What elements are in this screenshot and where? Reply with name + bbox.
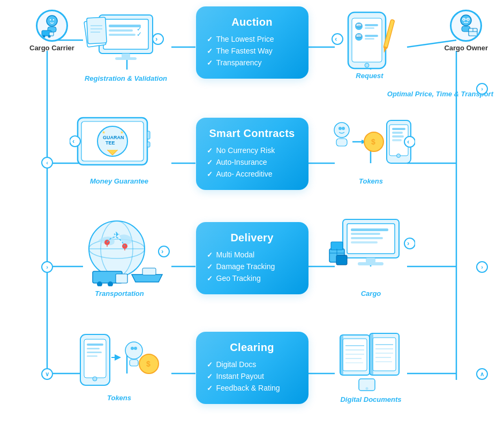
auction-box: Auction ✓The Lowest Price ✓The Fastest W… [196,6,309,79]
svg-rect-120 [351,228,388,231]
svg-point-65 [332,34,343,44]
sc-item-2: ✓Auto-Insurance [207,158,298,166]
svg-rect-97 [392,135,404,138]
svg-rect-54 [365,27,374,29]
svg-rect-37 [109,29,133,32]
svg-point-27 [50,19,51,20]
sc-item-1: ✓No Currency Risk [207,146,298,155]
svg-text:›: › [161,247,163,255]
cargo-image: › [327,217,415,286]
svg-rect-121 [351,233,380,235]
transportation-image: ✈ › [69,217,170,286]
money-guarantee-image: GUARAN TEE ★ ★ ‹ [70,115,169,174]
registration-image: ✓ ✓ › [83,10,169,71]
smart-contracts-box: Smart Contracts ✓No Currency Risk ✓Auto-… [196,118,309,190]
registration-label: Registration & Validation [85,74,167,82]
svg-text:GUARAN: GUARAN [103,135,124,140]
svg-text:›: › [407,239,409,247]
svg-rect-137 [87,352,102,353]
svg-text:✓: ✓ [137,30,142,38]
tokens-right-image: $ ‹ [327,115,415,174]
tokens-left-illus: $ Tokens [70,332,169,402]
cargo-owner-figure: Cargo Owner [444,10,488,52]
cargo-carrier-figure: Cargo Carrier [29,10,74,52]
svg-rect-122 [351,237,383,239]
transportation-illus: ✈ › Transportation [69,217,170,298]
clr-item-2: ✓Instant Payout [207,372,298,380]
svg-rect-53 [365,24,378,26]
del-item-2: ✓Damage Tracking [207,262,298,271]
del-item-3: ✓Geo Tracking [207,274,298,283]
svg-point-32 [42,35,45,38]
svg-rect-89 [336,139,347,146]
check-2: ✓ [207,47,213,55]
transportation-label: Transportation [95,289,144,298]
svg-rect-157 [373,338,396,371]
svg-rect-96 [392,132,403,134]
cargo-carrier-avatar [36,10,68,42]
svg-rect-36 [109,25,141,27]
svg-rect-98 [392,139,402,141]
clr-item-1: ✓Digital Docs [207,360,298,369]
arrow-left-row2: ‹ [41,157,53,169]
delivery-box: Delivery ✓Multi Modal ✓Damage Tracking ✓… [196,222,309,294]
auction-item-3: ✓Transparency [207,58,298,67]
svg-rect-149 [343,339,367,371]
svg-rect-127 [331,242,343,250]
arrow-up-row4-right: ∧ [476,368,488,380]
cargo-label: Cargo [361,289,381,298]
svg-point-87 [338,127,342,130]
svg-point-165 [366,387,368,390]
arrow-right-row1-right: › [476,83,488,95]
money-guarantee-label: Money Guarantee [90,177,148,185]
svg-rect-123 [351,241,378,243]
smart-contracts-list: ✓No Currency Risk ✓Auto-Insurance ✓Auto-… [207,146,298,178]
clearing-box: Clearing ✓Digital Docs ✓Instant Payout ✓… [196,332,309,404]
svg-rect-83 [147,142,150,147]
arrow-right-row3-right: › [476,261,488,273]
tokens-left-label: Tokens [107,394,131,402]
clearing-title: Clearing [207,341,298,354]
request-label: Request [356,72,383,80]
auction-list: ✓The Lowest Price ✓The Fastest Way ✓Tran… [207,35,298,67]
svg-rect-56 [365,35,378,37]
svg-rect-115 [142,268,156,275]
svg-rect-44 [87,17,107,44]
svg-point-33 [48,35,50,38]
svg-rect-82 [147,131,150,139]
digital-documents-image [327,331,415,392]
registration-illus: ✓ ✓ › Registration & Validation [83,10,169,82]
svg-point-84 [70,136,80,147]
auction-title: Auction [207,16,298,28]
delivery-list: ✓Multi Modal ✓Damage Tracking ✓Geo Track… [207,250,298,283]
svg-text:★: ★ [102,130,106,135]
svg-text:‹: ‹ [335,35,337,43]
svg-point-142 [125,342,142,359]
svg-rect-57 [365,38,374,40]
svg-rect-125 [358,262,383,265]
check-3: ✓ [207,59,213,67]
request-illus: 180 180 ‹ Request [329,10,410,80]
cargo-owner-avatar [450,10,482,42]
svg-text:‹: ‹ [72,137,74,145]
svg-marker-140 [115,354,121,361]
tokens-right-illus: $ ‹ Tokens [327,115,415,185]
svg-rect-145 [130,360,138,366]
svg-rect-41 [122,54,130,58]
svg-point-88 [342,127,345,130]
svg-point-116 [159,246,169,257]
arrow-right-row3: › [41,261,53,273]
digital-documents-label: Digital Documents [340,395,401,403]
svg-rect-42 [115,57,137,60]
svg-rect-136 [87,348,100,349]
svg-text:‹: ‹ [407,138,409,146]
svg-text:✈: ✈ [114,230,120,239]
smart-contracts-title: Smart Contracts [207,127,298,140]
digital-documents-illus: Digital Documents [327,331,415,403]
diagram-container: Cargo Carrier ✓ ✓ [0,0,504,427]
svg-point-144 [134,347,137,350]
svg-point-62 [365,63,369,67]
arrow-down-row4: ∨ [41,368,53,380]
sc-item-3: ✓Auto- Accreditive [207,170,298,178]
tokens-right-label: Tokens [359,177,383,185]
